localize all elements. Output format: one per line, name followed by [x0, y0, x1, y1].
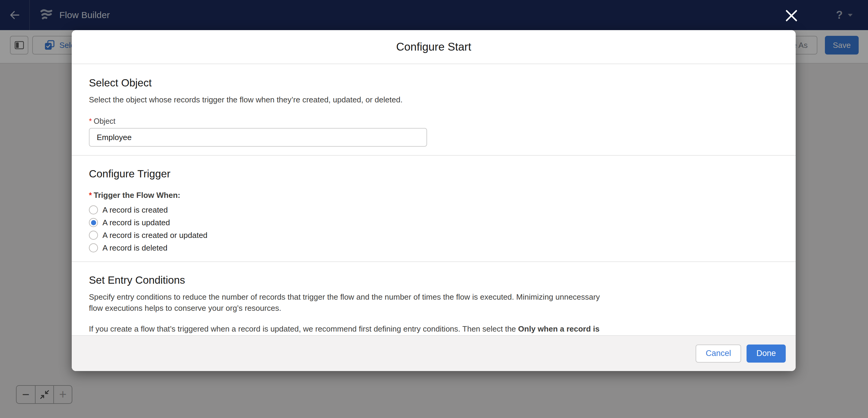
- object-input[interactable]: [89, 128, 427, 147]
- object-field-label: *Object: [89, 117, 778, 126]
- configure-start-modal: Configure Start Select Object Select the…: [72, 30, 796, 371]
- radio-record-deleted[interactable]: A record is deleted: [89, 242, 778, 254]
- entry-conditions-heading: Set Entry Conditions: [89, 274, 778, 287]
- select-object-heading: Select Object: [89, 76, 778, 90]
- modal-title: Configure Start: [396, 41, 471, 53]
- select-object-description: Select the object whose records trigger …: [89, 94, 778, 105]
- configure-trigger-section: Configure Trigger *Trigger the Flow When…: [72, 156, 796, 262]
- modal-content: Select Object Select the object whose re…: [72, 64, 796, 335]
- cancel-button[interactable]: Cancel: [695, 345, 741, 362]
- done-button[interactable]: Done: [747, 345, 786, 362]
- radio-icon: [89, 243, 98, 252]
- radio-icon: [89, 205, 98, 215]
- modal-titlebar: Configure Start: [72, 30, 796, 64]
- radio-record-created-or-updated[interactable]: A record is created or updated: [89, 229, 778, 242]
- trigger-when-label: *Trigger the Flow When:: [89, 191, 778, 200]
- radio-selected-icon: [89, 218, 98, 227]
- trigger-radio-group: A record is created A record is updated …: [89, 203, 778, 254]
- close-icon: [785, 9, 798, 22]
- configure-trigger-heading: Configure Trigger: [89, 167, 778, 181]
- radio-record-created[interactable]: A record is created: [89, 203, 778, 216]
- entry-conditions-paragraph-2: If you create a flow that’s triggered wh…: [89, 323, 778, 335]
- modal-close-button[interactable]: [783, 7, 800, 24]
- entry-conditions-paragraph-1: Specify entry conditions to reduce the n…: [89, 291, 778, 314]
- radio-record-updated[interactable]: A record is updated: [89, 216, 778, 229]
- required-asterisk: *: [89, 191, 92, 199]
- entry-conditions-section: Set Entry Conditions Specify entry condi…: [72, 262, 796, 335]
- select-object-section: Select Object Select the object whose re…: [72, 64, 796, 156]
- required-asterisk: *: [89, 117, 92, 125]
- modal-footer: Cancel Done: [72, 335, 796, 371]
- radio-icon: [89, 231, 98, 240]
